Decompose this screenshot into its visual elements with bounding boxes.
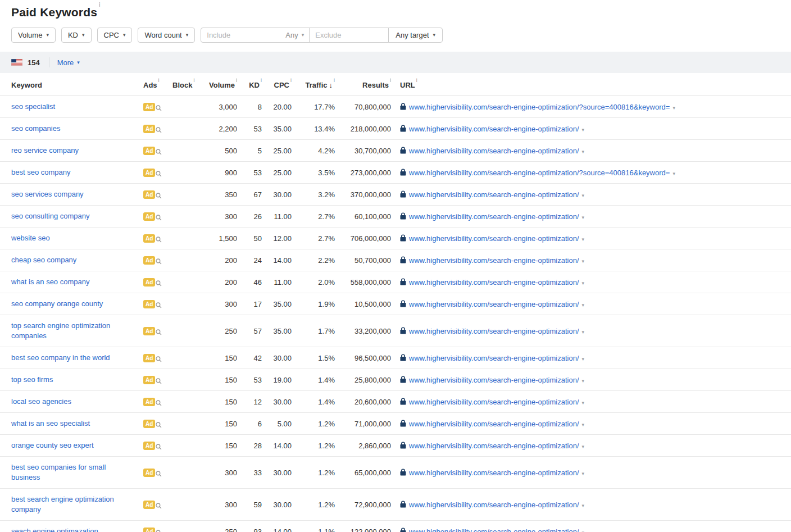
keyword-link[interactable]: seo companies [11, 124, 60, 133]
ad-badge[interactable]: Ad [143, 469, 155, 477]
keyword-link[interactable]: best seo companies for small business [11, 463, 106, 481]
ad-badge[interactable]: Ad [143, 256, 155, 265]
header-traffic[interactable]: Traffic↓i [292, 73, 335, 96]
url-caret-icon[interactable]: ▾ [672, 105, 675, 111]
serp-preview-icon[interactable] [156, 378, 162, 384]
keyword-link[interactable]: reo service company [11, 146, 79, 154]
serp-preview-icon[interactable] [156, 193, 162, 199]
ad-badge[interactable]: Ad [143, 501, 155, 509]
ad-badge[interactable]: Ad [143, 147, 155, 155]
url-caret-icon[interactable]: ▾ [582, 356, 585, 362]
keyword-link[interactable]: best seo company [11, 168, 71, 176]
keyword-link[interactable]: website seo [11, 234, 50, 242]
url-link[interactable]: www.highervisibility.com/search-engine-o… [409, 256, 579, 265]
keyword-link[interactable]: seo services company [11, 190, 84, 198]
url-caret-icon[interactable]: ▾ [582, 444, 585, 449]
url-caret-icon[interactable]: ▾ [582, 378, 585, 384]
ad-badge[interactable]: Ad [143, 398, 155, 406]
serp-preview-icon[interactable] [156, 171, 162, 177]
serp-preview-icon[interactable] [156, 149, 162, 155]
url-link[interactable]: www.highervisibility.com/search-engine-o… [409, 376, 579, 384]
header-cpc[interactable]: CPCi [262, 73, 292, 96]
url-link[interactable]: www.highervisibility.com/search-engine-o… [409, 501, 579, 509]
serp-preview-icon[interactable] [156, 105, 162, 111]
ad-badge[interactable]: Ad [143, 125, 155, 133]
url-caret-icon[interactable]: ▾ [672, 171, 675, 176]
ad-badge[interactable]: Ad [143, 327, 155, 335]
ad-badge[interactable]: Ad [143, 234, 155, 243]
target-filter-button[interactable]: Any target ▾ [388, 28, 443, 43]
keyword-link[interactable]: orange county seo expert [11, 441, 94, 449]
serp-preview-icon[interactable] [156, 329, 162, 335]
ad-badge[interactable]: Ad [143, 278, 155, 287]
url-link[interactable]: www.highervisibility.com/search-engine-o… [409, 190, 579, 199]
serp-preview-icon[interactable] [156, 503, 162, 509]
cpc-filter-button[interactable]: CPC ▾ [97, 28, 133, 43]
serp-preview-icon[interactable] [156, 215, 162, 221]
url-caret-icon[interactable]: ▾ [582, 237, 585, 242]
exclude-input[interactable] [310, 31, 388, 39]
url-link[interactable]: www.highervisibility.com/search-engine-o… [409, 327, 579, 335]
serp-preview-icon[interactable] [156, 258, 162, 265]
serp-preview-icon[interactable] [156, 530, 162, 532]
url-link[interactable]: www.highervisibility.com/search-engine-o… [409, 469, 579, 477]
url-link[interactable]: www.highervisibility.com/search-engine-o… [409, 528, 579, 532]
ad-badge[interactable]: Ad [143, 190, 155, 199]
keyword-link[interactable]: seach engine optimazation [11, 527, 98, 532]
url-caret-icon[interactable]: ▾ [582, 127, 585, 133]
ad-badge[interactable]: Ad [143, 442, 155, 450]
url-caret-icon[interactable]: ▾ [582, 422, 585, 428]
url-link[interactable]: www.highervisibility.com/search-engine-o… [409, 212, 579, 221]
url-caret-icon[interactable]: ▾ [582, 400, 585, 406]
kd-filter-button[interactable]: KD ▾ [61, 28, 92, 43]
ad-badge[interactable]: Ad [143, 300, 155, 308]
ad-badge[interactable]: Ad [143, 354, 155, 362]
ad-badge[interactable]: Ad [143, 420, 155, 428]
keyword-link[interactable]: best seo company in the world [11, 353, 110, 362]
header-kd[interactable]: KDi [237, 73, 262, 96]
ad-badge[interactable]: Ad [143, 376, 155, 384]
include-input[interactable] [201, 31, 283, 39]
ad-badge[interactable]: Ad [143, 528, 155, 532]
url-caret-icon[interactable]: ▾ [582, 329, 585, 335]
serp-preview-icon[interactable] [156, 400, 162, 406]
keyword-link[interactable]: top seo firms [11, 375, 53, 384]
url-caret-icon[interactable]: ▾ [582, 280, 585, 286]
serp-preview-icon[interactable] [156, 356, 162, 362]
ad-badge[interactable]: Ad [143, 103, 155, 111]
url-link[interactable]: www.highervisibility.com/search-engine-o… [409, 300, 579, 308]
keyword-link[interactable]: seo specialist [11, 102, 55, 111]
include-mode-select[interactable]: Any ▾ [283, 31, 309, 39]
url-link[interactable]: www.highervisibility.com/search-engine-o… [409, 398, 579, 406]
keyword-link[interactable]: local seo agencies [11, 397, 71, 406]
header-results[interactable]: Resultsi [335, 73, 391, 96]
url-link[interactable]: www.highervisibility.com/search-engine-o… [409, 442, 579, 450]
url-caret-icon[interactable]: ▾ [582, 530, 585, 532]
serp-preview-icon[interactable] [156, 422, 162, 428]
url-link[interactable]: www.highervisibility.com/search-engine-o… [409, 420, 579, 428]
ad-badge[interactable]: Ad [143, 169, 155, 177]
keyword-link[interactable]: top search engine optimization companies [11, 321, 110, 340]
serp-preview-icon[interactable] [156, 127, 162, 133]
url-caret-icon[interactable]: ▾ [582, 193, 585, 198]
url-link[interactable]: www.highervisibility.com/search-engine-o… [409, 354, 579, 362]
ad-badge[interactable]: Ad [143, 212, 155, 221]
volume-filter-button[interactable]: Volume ▾ [11, 28, 56, 43]
keyword-link[interactable]: seo company orange county [11, 299, 103, 308]
keyword-link[interactable]: seo consulting company [11, 212, 89, 220]
url-caret-icon[interactable]: ▾ [582, 471, 585, 476]
sort-desc-icon[interactable]: ↓ [329, 81, 333, 89]
url-link[interactable]: www.highervisibility.com/search-engine-o… [409, 169, 670, 177]
header-url[interactable]: URLi [391, 73, 791, 96]
keyword-link[interactable]: what is an seo specialist [11, 419, 90, 428]
header-block[interactable]: Blocki [172, 73, 208, 96]
keyword-link[interactable]: cheap seo company [11, 256, 76, 264]
url-caret-icon[interactable]: ▾ [582, 258, 585, 264]
url-caret-icon[interactable]: ▾ [582, 302, 585, 308]
serp-preview-icon[interactable] [156, 302, 162, 308]
url-link[interactable]: www.highervisibility.com/search-engine-o… [409, 234, 579, 243]
word-count-filter-button[interactable]: Word count ▾ [138, 28, 195, 43]
more-button[interactable]: More ▾ [57, 58, 80, 67]
serp-preview-icon[interactable] [156, 237, 162, 243]
url-caret-icon[interactable]: ▾ [582, 503, 585, 508]
